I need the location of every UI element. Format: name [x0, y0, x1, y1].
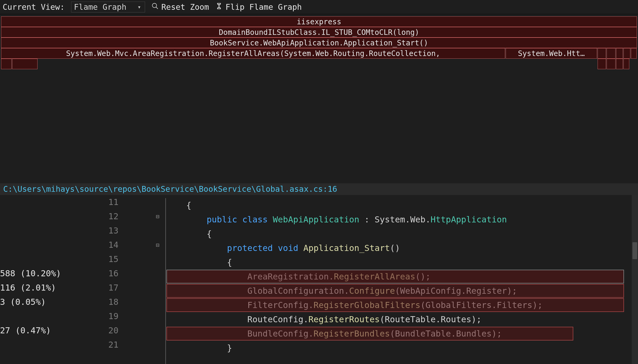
- toolbar: Current View: Flame Graph ▾ Reset Zoom F…: [0, 0, 638, 14]
- flame-frame[interactable]: iisexpress: [1, 16, 637, 27]
- line-number: 17: [108, 281, 151, 295]
- view-select[interactable]: Flame Graph ▾: [71, 2, 145, 12]
- flame-frame[interactable]: BookService.WebApiApplication.Applicatio…: [1, 38, 637, 48]
- flip-flame-button[interactable]: Flip Flame Graph: [215, 2, 302, 12]
- fold-toggle: [156, 309, 164, 323]
- fold-toggle: [156, 323, 164, 338]
- scroll-thumb[interactable]: [632, 242, 637, 259]
- code-line[interactable]: protected void Application_Start(): [166, 241, 638, 255]
- code-line[interactable]: FilterConfig.RegisterGlobalFilters(Globa…: [166, 298, 638, 312]
- flame-frame[interactable]: [607, 59, 616, 69]
- flame-frame[interactable]: [631, 48, 637, 59]
- fold-toggle: [156, 195, 164, 209]
- magnifier-icon: [151, 2, 159, 12]
- sample-count: 116 (2.01%): [0, 281, 103, 295]
- flame-frame[interactable]: [598, 59, 606, 69]
- flip-flame-label: Flip Flame Graph: [225, 2, 302, 12]
- reset-zoom-button[interactable]: Reset Zoom: [151, 2, 209, 12]
- flame-frame[interactable]: [607, 48, 616, 59]
- fold-toggle[interactable]: ⊟: [156, 238, 164, 252]
- code-line[interactable]: public class WebApiApplication : System.…: [166, 212, 638, 227]
- code-line[interactable]: RouteConfig.RegisterRoutes(RouteTable.Ro…: [166, 312, 638, 326]
- code-line[interactable]: }: [166, 341, 638, 355]
- line-number: 11: [108, 195, 151, 209]
- file-path-bar: C:\Users\mihays\source\repos\BookService…: [0, 183, 638, 195]
- code-line[interactable]: {: [166, 255, 638, 269]
- line-number: 14: [108, 238, 151, 252]
- fold-column[interactable]: ⊟⊟: [156, 195, 164, 364]
- sample-count: [0, 195, 103, 209]
- hourglass-icon: [215, 2, 223, 12]
- line-number-column: 1112131415161718192021: [108, 195, 156, 364]
- svg-line-1: [156, 7, 158, 9]
- line-number: 20: [108, 323, 151, 338]
- fold-toggle: [156, 338, 164, 352]
- line-number: 18: [108, 295, 151, 309]
- line-number: 16: [108, 266, 151, 281]
- flame-graph[interactable]: iisexpressDomainBoundILStubClass.IL_STUB…: [0, 14, 638, 183]
- chevron-down-icon: ▾: [138, 4, 141, 10]
- vertical-scrollbar[interactable]: [632, 195, 638, 364]
- samples-column: 588 (10.20%)116 (2.01%)3 (0.05%)27 (0.47…: [0, 195, 108, 364]
- sample-count: [0, 252, 103, 266]
- code-line[interactable]: AreaRegistration.RegisterAllAreas();: [166, 269, 638, 284]
- sample-count: 588 (10.20%): [0, 266, 103, 281]
- code-column[interactable]: { public class WebApiApplication : Syste…: [164, 195, 638, 364]
- flame-frame[interactable]: DomainBoundILStubClass.IL_STUB_COMtoCLR(…: [1, 27, 637, 38]
- fold-toggle: [156, 266, 164, 281]
- code-line[interactable]: BundleConfig.RegisterBundles(BundleTable…: [166, 326, 638, 341]
- line-number: 21: [108, 338, 151, 352]
- line-number: 15: [108, 252, 151, 266]
- reset-zoom-label: Reset Zoom: [161, 2, 209, 12]
- flame-frame[interactable]: System.Web.Mvc.AreaRegistration.Register…: [1, 48, 505, 59]
- flame-frame[interactable]: [623, 48, 630, 59]
- sample-count: [0, 338, 103, 352]
- fold-toggle: [156, 223, 164, 238]
- fold-toggle: [156, 252, 164, 266]
- sample-count: [0, 209, 103, 223]
- code-editor[interactable]: 588 (10.20%)116 (2.01%)3 (0.05%)27 (0.47…: [0, 195, 638, 364]
- flame-frame[interactable]: [616, 59, 623, 69]
- fold-toggle: [156, 281, 164, 295]
- flame-frame[interactable]: [616, 48, 623, 59]
- fold-toggle[interactable]: ⊟: [156, 209, 164, 223]
- flame-frame[interactable]: [623, 59, 629, 69]
- flame-frame[interactable]: System.Web.Htt…: [506, 48, 597, 59]
- sample-count: [0, 238, 103, 252]
- flame-frame[interactable]: [598, 48, 606, 59]
- flame-frame[interactable]: [12, 59, 38, 69]
- sample-count: [0, 309, 103, 323]
- line-number: 12: [108, 209, 151, 223]
- view-select-value: Flame Graph: [74, 2, 127, 12]
- code-line[interactable]: GlobalConfiguration.Configure(WebApiConf…: [166, 284, 638, 298]
- code-line[interactable]: {: [166, 227, 638, 241]
- sample-count: [0, 223, 103, 238]
- line-number: 13: [108, 223, 151, 238]
- line-number: 19: [108, 309, 151, 323]
- code-line[interactable]: {: [166, 198, 638, 212]
- current-view-label: Current View:: [3, 2, 65, 12]
- svg-point-0: [152, 3, 156, 8]
- fold-toggle: [156, 295, 164, 309]
- sample-count: 3 (0.05%): [0, 295, 103, 309]
- sample-count: 27 (0.47%): [0, 323, 103, 338]
- flame-frame[interactable]: [1, 59, 12, 69]
